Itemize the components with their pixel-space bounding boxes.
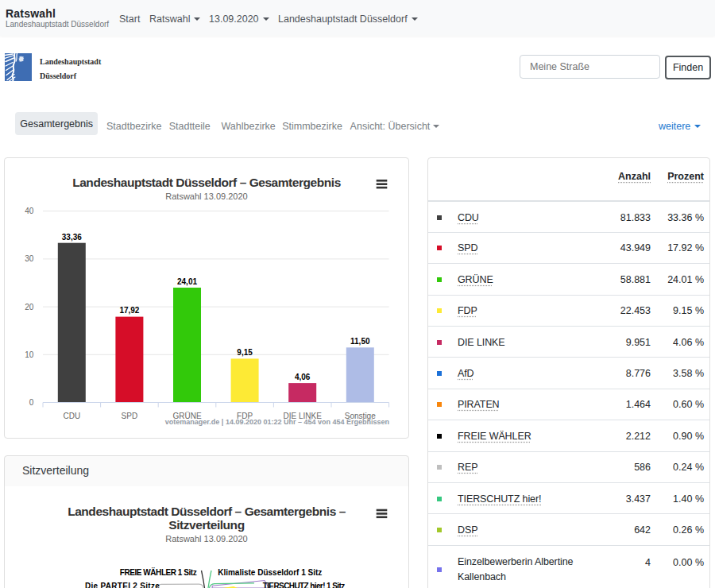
svg-text:33,36: 33,36 <box>62 233 82 242</box>
svg-text:40: 40 <box>25 207 34 215</box>
svg-text:Sitzverteilung: Sitzverteilung <box>168 518 244 532</box>
svg-text:votemanager.de | 14.09.2020 01: votemanager.de | 14.09.2020 01:22 Uhr – … <box>165 418 389 426</box>
svg-text:11,50: 11,50 <box>350 337 370 346</box>
svg-text:Die PARTEI 2 Sitze: Die PARTEI 2 Sitze <box>85 582 160 588</box>
svg-text:0: 0 <box>29 398 34 407</box>
svg-text:SPD: SPD <box>122 412 138 420</box>
svg-text:Ratswahl 13.09.2020: Ratswahl 13.09.2020 <box>165 534 247 544</box>
svg-text:CDU: CDU <box>63 412 80 420</box>
svg-text:Klimaliste Düsseldorf 1 Sitz: Klimaliste Düsseldorf 1 Sitz <box>218 568 322 577</box>
svg-text:FREIE WÄHLER 1 Sitz: FREIE WÄHLER 1 Sitz <box>120 567 197 577</box>
svg-text:17,92: 17,92 <box>119 306 139 315</box>
svg-text:4,06: 4,06 <box>295 373 311 381</box>
svg-text:30: 30 <box>25 254 34 263</box>
svg-text:TIERSCHUTZ hier! 1 Sitz: TIERSCHUTZ hier! 1 Sitz <box>263 582 345 588</box>
svg-text:10: 10 <box>25 350 34 359</box>
svg-text:24,01: 24,01 <box>177 277 197 286</box>
svg-text:20: 20 <box>25 303 34 311</box>
svg-text:9,15: 9,15 <box>237 348 253 357</box>
svg-text:Ratswahl 13.09.2020: Ratswahl 13.09.2020 <box>165 191 247 201</box>
svg-text:Landeshauptstadt Düsseldorf –: Landeshauptstadt Düsseldorf – Gesamterge… <box>72 176 341 189</box>
svg-text:Landeshauptstadt Düsseldorf –: Landeshauptstadt Düsseldorf – Gesamterge… <box>68 505 346 518</box>
